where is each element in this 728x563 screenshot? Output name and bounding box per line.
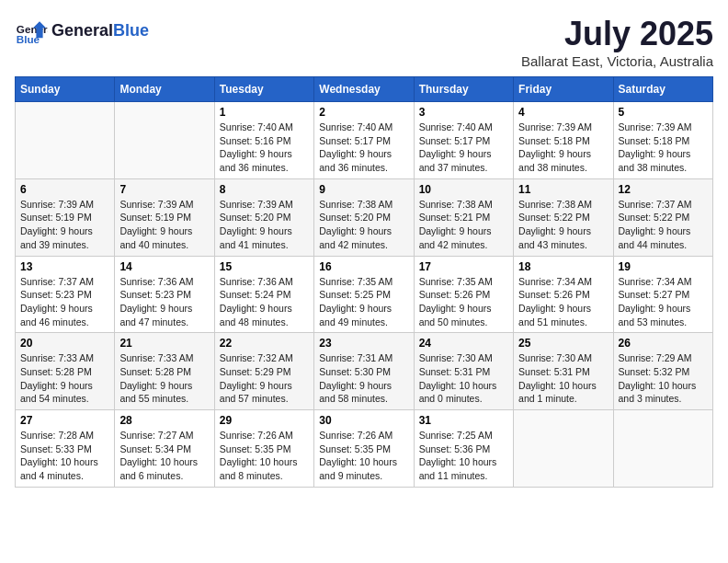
day-number: 24 bbox=[419, 337, 508, 350]
calendar-cell: 19Sunrise: 7:34 AM Sunset: 5:27 PM Dayli… bbox=[613, 256, 712, 333]
calendar-cell: 14Sunrise: 7:36 AM Sunset: 5:23 PM Dayli… bbox=[115, 256, 214, 333]
day-header-sunday: Sunday bbox=[16, 77, 115, 102]
day-info: Sunrise: 7:40 AM Sunset: 5:17 PM Dayligh… bbox=[419, 121, 508, 175]
calendar-cell bbox=[16, 102, 115, 179]
day-header-wednesday: Wednesday bbox=[314, 77, 414, 102]
day-info: Sunrise: 7:31 AM Sunset: 5:30 PM Dayligh… bbox=[319, 351, 408, 406]
day-number: 19 bbox=[619, 260, 708, 273]
calendar-cell bbox=[613, 410, 712, 488]
day-header-friday: Friday bbox=[514, 77, 613, 102]
day-info: Sunrise: 7:35 AM Sunset: 5:26 PM Dayligh… bbox=[419, 275, 508, 329]
day-number: 25 bbox=[518, 337, 608, 350]
day-number: 21 bbox=[119, 337, 209, 350]
day-number: 23 bbox=[319, 337, 408, 350]
calendar-cell: 2Sunrise: 7:40 AM Sunset: 5:17 PM Daylig… bbox=[314, 102, 414, 179]
logo-icon: General Blue bbox=[15, 15, 48, 48]
page-header: General Blue GeneralBlue July 2025 Balla… bbox=[15, 15, 713, 69]
day-info: Sunrise: 7:30 AM Sunset: 5:31 PM Dayligh… bbox=[419, 351, 508, 406]
calendar-cell: 4Sunrise: 7:39 AM Sunset: 5:18 PM Daylig… bbox=[514, 102, 613, 179]
day-info: Sunrise: 7:39 AM Sunset: 5:18 PM Dayligh… bbox=[619, 121, 708, 175]
day-info: Sunrise: 7:38 AM Sunset: 5:21 PM Dayligh… bbox=[419, 198, 508, 252]
day-info: Sunrise: 7:39 AM Sunset: 5:19 PM Dayligh… bbox=[20, 198, 109, 252]
day-info: Sunrise: 7:35 AM Sunset: 5:25 PM Dayligh… bbox=[319, 275, 408, 329]
calendar-week-row: 27Sunrise: 7:28 AM Sunset: 5:33 PM Dayli… bbox=[16, 410, 713, 488]
day-number: 13 bbox=[20, 260, 109, 273]
calendar-cell: 1Sunrise: 7:40 AM Sunset: 5:16 PM Daylig… bbox=[214, 102, 313, 179]
calendar-cell: 23Sunrise: 7:31 AM Sunset: 5:30 PM Dayli… bbox=[314, 333, 414, 410]
day-info: Sunrise: 7:39 AM Sunset: 5:18 PM Dayligh… bbox=[518, 121, 608, 175]
location-subtitle: Ballarat East, Victoria, Australia bbox=[521, 53, 713, 69]
day-number: 11 bbox=[518, 183, 608, 196]
day-number: 1 bbox=[220, 106, 309, 119]
day-info: Sunrise: 7:33 AM Sunset: 5:28 PM Dayligh… bbox=[119, 351, 209, 406]
calendar-cell: 7Sunrise: 7:39 AM Sunset: 5:19 PM Daylig… bbox=[115, 178, 214, 256]
calendar-header-row: SundayMondayTuesdayWednesdayThursdayFrid… bbox=[16, 77, 713, 102]
day-info: Sunrise: 7:25 AM Sunset: 5:36 PM Dayligh… bbox=[419, 429, 508, 483]
calendar-cell: 8Sunrise: 7:39 AM Sunset: 5:20 PM Daylig… bbox=[214, 178, 313, 256]
calendar-cell: 6Sunrise: 7:39 AM Sunset: 5:19 PM Daylig… bbox=[16, 178, 115, 256]
month-title: July 2025 bbox=[521, 15, 713, 53]
day-number: 16 bbox=[319, 260, 408, 273]
calendar-table: SundayMondayTuesdayWednesdayThursdayFrid… bbox=[15, 76, 713, 488]
day-info: Sunrise: 7:39 AM Sunset: 5:19 PM Dayligh… bbox=[119, 198, 209, 252]
calendar-cell: 11Sunrise: 7:38 AM Sunset: 5:22 PM Dayli… bbox=[514, 178, 613, 256]
day-info: Sunrise: 7:36 AM Sunset: 5:23 PM Dayligh… bbox=[119, 275, 209, 329]
day-number: 7 bbox=[119, 183, 209, 196]
logo: General Blue GeneralBlue bbox=[15, 15, 149, 48]
day-info: Sunrise: 7:29 AM Sunset: 5:32 PM Dayligh… bbox=[619, 351, 708, 406]
day-number: 28 bbox=[119, 414, 209, 427]
day-header-saturday: Saturday bbox=[613, 77, 712, 102]
calendar-cell: 21Sunrise: 7:33 AM Sunset: 5:28 PM Dayli… bbox=[115, 333, 214, 410]
day-number: 6 bbox=[20, 183, 109, 196]
calendar-week-row: 1Sunrise: 7:40 AM Sunset: 5:16 PM Daylig… bbox=[16, 102, 713, 179]
day-number: 9 bbox=[319, 183, 408, 196]
calendar-cell bbox=[115, 102, 214, 179]
calendar-cell: 22Sunrise: 7:32 AM Sunset: 5:29 PM Dayli… bbox=[214, 333, 313, 410]
calendar-cell: 29Sunrise: 7:26 AM Sunset: 5:35 PM Dayli… bbox=[214, 410, 313, 488]
day-info: Sunrise: 7:33 AM Sunset: 5:28 PM Dayligh… bbox=[20, 351, 109, 406]
calendar-cell: 17Sunrise: 7:35 AM Sunset: 5:26 PM Dayli… bbox=[414, 256, 513, 333]
day-number: 12 bbox=[619, 183, 708, 196]
day-number: 22 bbox=[220, 337, 309, 350]
day-info: Sunrise: 7:26 AM Sunset: 5:35 PM Dayligh… bbox=[220, 429, 309, 483]
day-info: Sunrise: 7:26 AM Sunset: 5:35 PM Dayligh… bbox=[319, 429, 408, 483]
calendar-cell: 20Sunrise: 7:33 AM Sunset: 5:28 PM Dayli… bbox=[16, 333, 115, 410]
calendar-cell: 30Sunrise: 7:26 AM Sunset: 5:35 PM Dayli… bbox=[314, 410, 414, 488]
day-info: Sunrise: 7:37 AM Sunset: 5:23 PM Dayligh… bbox=[20, 275, 109, 329]
logo-text: GeneralBlue bbox=[51, 22, 149, 40]
calendar-cell: 5Sunrise: 7:39 AM Sunset: 5:18 PM Daylig… bbox=[613, 102, 712, 179]
day-number: 4 bbox=[518, 106, 608, 119]
day-header-tuesday: Tuesday bbox=[214, 77, 313, 102]
calendar-cell: 10Sunrise: 7:38 AM Sunset: 5:21 PM Dayli… bbox=[414, 178, 513, 256]
day-number: 26 bbox=[619, 337, 708, 350]
calendar-cell: 18Sunrise: 7:34 AM Sunset: 5:26 PM Dayli… bbox=[514, 256, 613, 333]
day-number: 5 bbox=[619, 106, 708, 119]
day-number: 10 bbox=[419, 183, 508, 196]
day-number: 3 bbox=[419, 106, 508, 119]
day-number: 2 bbox=[319, 106, 408, 119]
day-info: Sunrise: 7:37 AM Sunset: 5:22 PM Dayligh… bbox=[619, 198, 708, 252]
day-info: Sunrise: 7:40 AM Sunset: 5:16 PM Dayligh… bbox=[220, 121, 309, 175]
day-info: Sunrise: 7:39 AM Sunset: 5:20 PM Dayligh… bbox=[220, 198, 309, 252]
day-number: 30 bbox=[319, 414, 408, 427]
day-info: Sunrise: 7:30 AM Sunset: 5:31 PM Dayligh… bbox=[518, 351, 608, 406]
calendar-cell: 13Sunrise: 7:37 AM Sunset: 5:23 PM Dayli… bbox=[16, 256, 115, 333]
day-info: Sunrise: 7:32 AM Sunset: 5:29 PM Dayligh… bbox=[220, 351, 309, 406]
calendar-cell: 3Sunrise: 7:40 AM Sunset: 5:17 PM Daylig… bbox=[414, 102, 513, 179]
day-info: Sunrise: 7:34 AM Sunset: 5:27 PM Dayligh… bbox=[619, 275, 708, 329]
calendar-cell: 27Sunrise: 7:28 AM Sunset: 5:33 PM Dayli… bbox=[16, 410, 115, 488]
day-number: 15 bbox=[220, 260, 309, 273]
calendar-cell bbox=[514, 410, 613, 488]
day-info: Sunrise: 7:34 AM Sunset: 5:26 PM Dayligh… bbox=[518, 275, 608, 329]
calendar-cell: 31Sunrise: 7:25 AM Sunset: 5:36 PM Dayli… bbox=[414, 410, 513, 488]
day-number: 27 bbox=[20, 414, 109, 427]
calendar-week-row: 20Sunrise: 7:33 AM Sunset: 5:28 PM Dayli… bbox=[16, 333, 713, 410]
calendar-cell: 28Sunrise: 7:27 AM Sunset: 5:34 PM Dayli… bbox=[115, 410, 214, 488]
calendar-cell: 9Sunrise: 7:38 AM Sunset: 5:20 PM Daylig… bbox=[314, 178, 414, 256]
calendar-cell: 26Sunrise: 7:29 AM Sunset: 5:32 PM Dayli… bbox=[613, 333, 712, 410]
day-info: Sunrise: 7:38 AM Sunset: 5:22 PM Dayligh… bbox=[518, 198, 608, 252]
day-number: 14 bbox=[119, 260, 209, 273]
day-info: Sunrise: 7:28 AM Sunset: 5:33 PM Dayligh… bbox=[20, 429, 109, 483]
calendar-cell: 25Sunrise: 7:30 AM Sunset: 5:31 PM Dayli… bbox=[514, 333, 613, 410]
day-info: Sunrise: 7:40 AM Sunset: 5:17 PM Dayligh… bbox=[319, 121, 408, 175]
